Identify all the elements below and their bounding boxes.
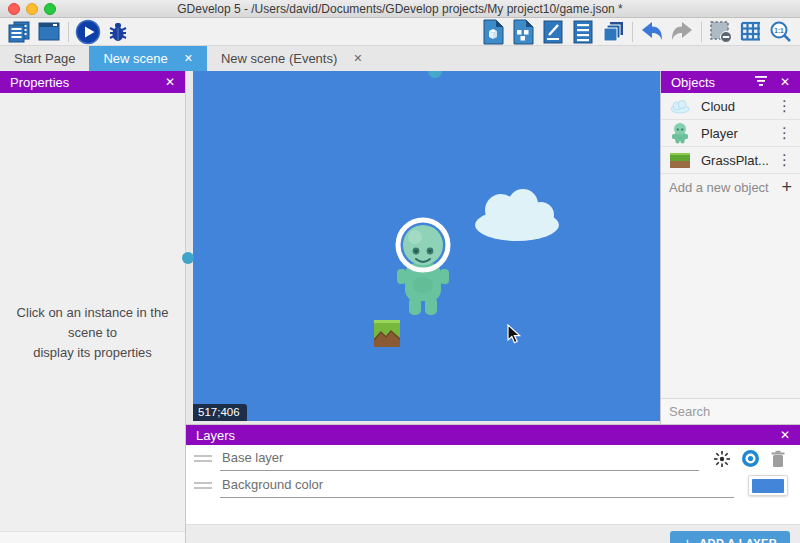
objects-panel-title: Objects — [671, 75, 715, 90]
scene-canvas[interactable]: 517;406 — [193, 71, 660, 421]
object-label: Cloud — [693, 99, 775, 114]
svg-text:1:1: 1:1 — [774, 26, 784, 33]
undo-icon[interactable] — [637, 19, 667, 45]
toolbar-separator — [632, 22, 633, 42]
macos-close-button[interactable] — [8, 3, 20, 15]
debug-icon[interactable] — [103, 19, 133, 45]
layer-name-field[interactable]: Base layer — [220, 446, 699, 471]
cursor-coordinates: 517;406 — [193, 404, 247, 421]
tab-label: New scene (Events) — [221, 51, 337, 66]
tab-label: Start Page — [14, 51, 75, 66]
object-label: Player — [693, 126, 775, 141]
object-label: GrassPlat... — [693, 153, 775, 168]
background-color-label[interactable]: Background color — [220, 473, 734, 498]
scene-properties-icon[interactable] — [478, 19, 508, 45]
close-icon[interactable]: ✕ — [165, 75, 175, 89]
object-row-grassplatform[interactable]: GrassPlat... ⋮ — [661, 147, 800, 174]
object-row-cloud[interactable]: Cloud ⋮ — [661, 93, 800, 120]
add-object-label: Add a new object — [669, 180, 781, 195]
close-icon[interactable]: ✕ — [780, 75, 790, 89]
project-manager-icon[interactable] — [4, 19, 34, 45]
background-color-swatch[interactable] — [748, 475, 788, 496]
layers-panel-title: Layers — [196, 428, 235, 443]
filter-icon[interactable] — [754, 75, 768, 90]
properties-panel-title: Properties — [10, 75, 69, 90]
object-menu-icon[interactable]: ⋮ — [775, 124, 794, 142]
object-row-player[interactable]: Player ⋮ — [661, 120, 800, 147]
objects-panel: Objects ✕ Cloud ⋮ — [660, 71, 800, 424]
redo-icon[interactable] — [667, 19, 697, 45]
object-groups-icon[interactable] — [598, 19, 628, 45]
search-input[interactable] — [669, 404, 800, 419]
instances-list-icon[interactable] — [508, 19, 538, 45]
mouse-cursor — [507, 324, 521, 344]
edit-scene-icon[interactable] — [538, 19, 568, 45]
objects-search-bar — [661, 398, 800, 424]
play-preview-icon[interactable] — [73, 19, 103, 45]
grass-platform-object-icon — [667, 152, 693, 169]
layers-panel-footer: + ADD A LAYER + ADD LIGHTING LAYER — [186, 524, 800, 543]
drag-handle-icon[interactable] — [194, 452, 212, 465]
layer-effects-icon[interactable] — [713, 450, 731, 468]
object-menu-icon[interactable]: ⋮ — [775, 97, 794, 115]
plus-icon: + — [683, 538, 692, 543]
grid-icon[interactable] — [736, 19, 766, 45]
add-object-button[interactable]: Add a new object + — [661, 174, 800, 201]
start-page-icon[interactable] — [34, 19, 64, 45]
render-mask-icon[interactable] — [706, 19, 736, 45]
layer-delete-icon[interactable] — [770, 450, 786, 468]
object-menu-icon[interactable]: ⋮ — [775, 151, 794, 169]
player-object-icon — [667, 122, 693, 144]
layer-visibility-icon[interactable] — [741, 449, 760, 468]
tab-close-icon[interactable]: ✕ — [184, 52, 193, 65]
macos-minimize-button[interactable] — [26, 3, 38, 15]
add-layer-label: ADD A LAYER — [699, 537, 777, 543]
cloud-instance[interactable] — [465, 186, 561, 242]
layer-row-background-color: Background color — [186, 472, 800, 499]
tab-new-scene-events[interactable]: New scene (Events) ✕ — [207, 46, 377, 71]
properties-panel-footer — [0, 531, 185, 543]
title-bar: GDevelop 5 - /Users/david/Documents/GDev… — [0, 0, 800, 18]
tab-new-scene[interactable]: New scene ✕ — [89, 46, 207, 71]
zoom-reset-icon[interactable]: 1:1 — [766, 19, 796, 45]
layer-row-base: Base layer — [186, 445, 800, 472]
player-instance[interactable] — [395, 213, 457, 317]
properties-empty-message: Click on an instance in the scene to dis… — [0, 303, 185, 363]
tab-bar: Start Page New scene ✕ New scene (Events… — [0, 46, 800, 71]
close-icon[interactable]: ✕ — [780, 428, 790, 442]
cloud-object-icon — [667, 98, 693, 114]
panel-resize-handle-left[interactable] — [182, 252, 194, 264]
main-toolbar: 1:1 — [0, 18, 800, 46]
add-layer-button[interactable]: + ADD A LAYER — [670, 531, 790, 543]
window-title: GDevelop 5 - /Users/david/Documents/GDev… — [177, 2, 623, 16]
tab-close-icon[interactable]: ✕ — [353, 52, 362, 65]
layers-panel: Layers ✕ Base layer — [185, 424, 800, 543]
properties-panel: Properties ✕ Click on an instance in the… — [0, 71, 186, 543]
drag-handle-icon[interactable] — [194, 479, 212, 492]
toolbar-separator — [701, 22, 702, 42]
plus-icon: + — [781, 177, 792, 198]
events-list-icon[interactable] — [568, 19, 598, 45]
macos-maximize-button[interactable] — [44, 3, 56, 15]
panel-resize-handle-top[interactable] — [428, 71, 442, 78]
tab-start-page[interactable]: Start Page — [0, 46, 89, 71]
tab-label: New scene — [103, 51, 167, 66]
toolbar-separator — [68, 22, 69, 42]
grass-platform-instance[interactable] — [374, 320, 400, 347]
